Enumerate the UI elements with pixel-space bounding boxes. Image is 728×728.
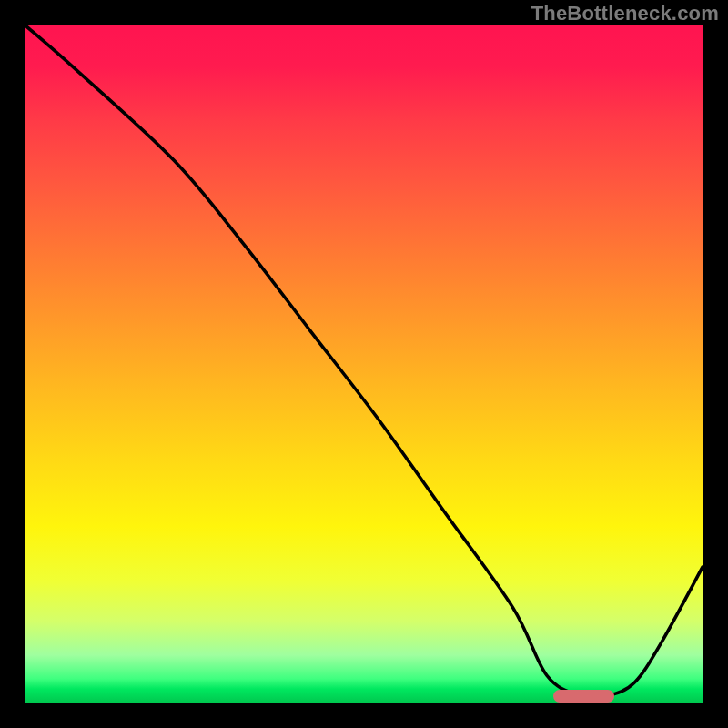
watermark-text: TheBottleneck.com xyxy=(531,2,719,25)
plot-area xyxy=(25,25,703,703)
bottleneck-curve xyxy=(25,25,703,703)
chart-container: TheBottleneck.com xyxy=(0,0,728,728)
optimal-range-marker xyxy=(553,690,614,703)
